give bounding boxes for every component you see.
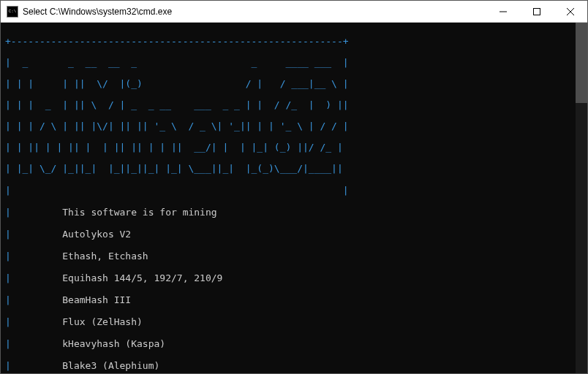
terminal-area[interactable]: +---------------------------------------… [1,23,587,373]
titlebar[interactable]: Select C:\Windows\system32\cmd.exe [1,1,587,23]
banner-ascii-0: | _ _ __ __ _ _ ____ ___ | [5,58,583,68]
banner-ascii-4: | | || | | || | | || || | | || __/| | | … [5,142,583,153]
banner-ascii-1: | | | | || \/ |(_) / | / ___|__ \ | [5,79,583,89]
banner-algo-4: | Flux (ZelHash) [5,316,583,327]
banner-ascii-2: | | | _ | || \ / | _ _ __ ___ _ _ | | / … [5,100,583,110]
scrollbar-track[interactable] [576,23,587,373]
svg-rect-1 [534,8,540,15]
banner-algo-6: | Blake3 (Alephium) [5,360,583,371]
banner-algo-2: | Equihash 144/5, 192/7, 210/9 [5,272,583,283]
banner-algo-3: | BeamHash III [5,294,583,305]
banner-ascii-5: | |_| \_/ |_||_| |_||_||_| |_| \___||_| … [5,164,583,174]
banner-algo-1: | Ethash, Etchash [5,251,583,262]
window-controls [486,1,587,22]
banner-border-top: +---------------------------------------… [5,37,583,47]
cmd-icon [7,6,18,18]
banner-intro: | This software is for mining [5,207,583,218]
banner-algo-5: | kHeavyhash (Kaspa) [5,338,583,349]
minimize-button[interactable] [486,1,520,22]
close-button[interactable] [554,1,587,22]
banner-side: | | [5,185,583,196]
scrollbar-thumb[interactable] [576,23,587,103]
maximize-button[interactable] [520,1,554,22]
banner-ascii-3: | | | / \ | || |\/| || || '_ \ / _ \| '_… [5,121,583,131]
cmd-window: Select C:\Windows\system32\cmd.exe +----… [0,0,588,374]
window-title: Select C:\Windows\system32\cmd.exe [23,7,486,17]
banner-algo-0: | Autolykos V2 [5,229,583,240]
